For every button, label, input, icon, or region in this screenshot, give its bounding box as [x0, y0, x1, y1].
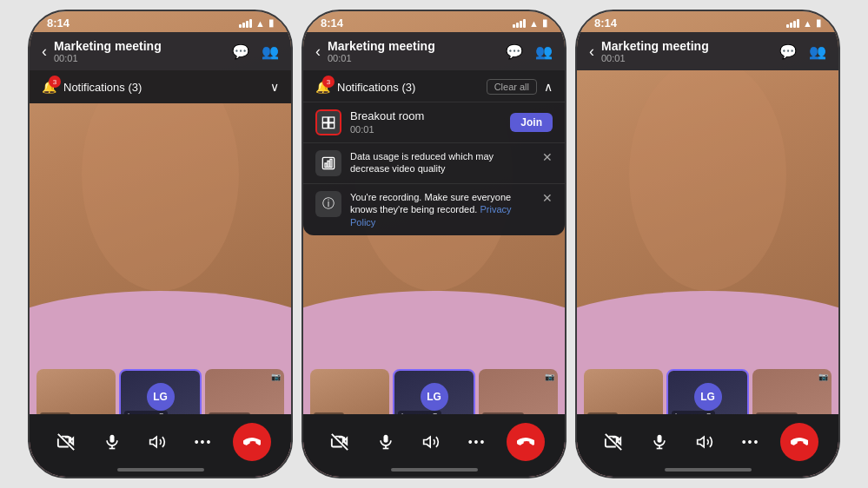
chat-icon-1[interactable]: 💬 — [232, 43, 249, 60]
header-right-3: 💬 👥 — [779, 43, 826, 60]
home-indicator-1 — [117, 468, 204, 472]
meeting-duration-2: 00:01 — [328, 53, 435, 63]
bell-wrap-1: 🔔 3 — [42, 79, 56, 95]
svg-rect-19 — [657, 435, 661, 443]
svg-marker-17 — [424, 437, 431, 447]
bell-wrap-2: 🔔 3 — [315, 79, 330, 95]
status-bar-3: 8:14 ▲ ▮ — [577, 11, 838, 33]
status-icons-1: ▲ ▮ — [239, 17, 274, 29]
status-time-2: 8:14 — [321, 16, 343, 30]
recording-icon-2: ⓘ — [315, 191, 341, 217]
join-button-2[interactable]: Join — [510, 113, 553, 132]
notif-collapse-2[interactable]: ∧ — [544, 80, 553, 94]
back-button-1[interactable]: ‹ — [42, 43, 47, 61]
signal-icon-2 — [513, 19, 526, 28]
svg-rect-7 — [322, 123, 328, 129]
video-mute-button-2[interactable] — [323, 425, 356, 458]
data-usage-close-2[interactable]: ✕ — [542, 150, 553, 164]
chat-icon-3[interactable]: 💬 — [779, 43, 797, 60]
status-icons-2: ▲ ▮ — [513, 17, 547, 29]
back-button-2[interactable]: ‹ — [315, 43, 321, 61]
phone-1: 8:14 ▲ ▮ ‹ Marketing meeting 00:01 💬 👥 — [28, 10, 293, 478]
breakout-title-2: Breakout room — [350, 109, 501, 122]
thumb-camera-icon-3: 📷 — [818, 373, 828, 381]
battery-icon-2: ▮ — [542, 17, 547, 29]
notif-bar-left-1: 🔔 3 Notifications (3) — [42, 79, 142, 95]
home-indicator-3 — [665, 468, 752, 472]
notif-header-actions-2: Clear all ∧ — [487, 79, 553, 95]
status-bar-1: 8:14 ▲ ▮ — [30, 11, 291, 33]
meeting-duration-1: 00:01 — [54, 53, 162, 63]
mic-button-2[interactable] — [369, 425, 402, 458]
meeting-duration-3: 00:01 — [601, 53, 709, 63]
back-button-3[interactable]: ‹ — [589, 43, 594, 61]
recording-close-2[interactable]: ✕ — [542, 191, 553, 205]
speaker-button-1[interactable] — [141, 425, 174, 458]
wifi-icon-3: ▲ — [803, 18, 812, 29]
wifi-icon-2: ▲ — [529, 18, 539, 29]
svg-rect-5 — [322, 117, 328, 122]
breakout-icon-2 — [315, 109, 341, 135]
meeting-info-3: Marketing meeting 00:01 — [601, 39, 709, 63]
notif-panel-title-2: Notifications (3) — [337, 81, 415, 94]
wifi-icon-1: ▲ — [255, 18, 265, 29]
breakout-time-2: 00:01 — [350, 124, 501, 135]
svg-rect-12 — [330, 159, 332, 167]
phones-container: 8:14 ▲ ▮ ‹ Marketing meeting 00:01 💬 👥 — [0, 0, 868, 488]
header-left-3: ‹ Marketing meeting 00:01 — [589, 39, 709, 63]
battery-icon-1: ▮ — [268, 17, 274, 29]
svg-marker-4 — [150, 437, 157, 447]
end-call-button-1[interactable] — [233, 423, 271, 461]
meeting-header-3: ‹ Marketing meeting 00:01 💬 👥 — [577, 32, 838, 70]
signal-icon-1 — [239, 19, 252, 28]
recording-notification-2: ⓘ You're recording. Make sure everyone k… — [303, 183, 565, 235]
svg-rect-10 — [325, 163, 327, 168]
status-time-3: 8:14 — [594, 16, 617, 30]
notification-panel-2: 🔔 3 Notifications (3) Clear all ∧ Breako… — [303, 70, 565, 235]
status-icons-3: ▲ ▮ — [786, 17, 821, 29]
meeting-title-3: Marketing meeting — [601, 39, 709, 53]
clear-all-button-2[interactable]: Clear all — [487, 79, 537, 95]
signal-icon-3 — [786, 19, 799, 28]
phone-3: 8:14 ▲ ▮ ‹ Marketing meeting 00:01 💬 👥 — [575, 10, 840, 478]
header-right-1: 💬 👥 — [232, 43, 279, 60]
svg-rect-6 — [329, 117, 335, 122]
svg-rect-14 — [383, 435, 388, 443]
more-button-2[interactable]: ••• — [461, 425, 494, 458]
status-time-1: 8:14 — [47, 16, 70, 30]
notification-bar-1[interactable]: 🔔 3 Notifications (3) ∨ — [30, 70, 291, 103]
participants-icon-2[interactable]: 👥 — [535, 43, 553, 60]
more-button-3[interactable]: ••• — [734, 425, 767, 458]
speaker-button-2[interactable] — [414, 425, 447, 458]
notif-title-1: Notifications (3) — [63, 81, 142, 94]
participants-icon-3[interactable]: 👥 — [809, 43, 826, 60]
mic-button-3[interactable] — [643, 425, 676, 458]
meeting-info-1: Marketing meeting 00:01 — [54, 39, 162, 63]
notif-count-badge-2: 3 — [322, 76, 335, 88]
notif-chevron-1[interactable]: ∨ — [270, 80, 279, 94]
header-right-2: 💬 👥 — [506, 43, 553, 60]
svg-rect-1 — [109, 435, 114, 443]
data-usage-notification-2: Data usage is reduced which may decrease… — [303, 142, 565, 183]
speaker-button-3[interactable] — [688, 425, 721, 458]
end-call-button-3[interactable] — [780, 423, 818, 461]
more-button-1[interactable]: ••• — [187, 425, 220, 458]
breakout-notification-2: Breakout room 00:01 Join — [303, 102, 565, 142]
notif-panel-left-2: 🔔 3 Notifications (3) — [315, 79, 415, 95]
privacy-link-2[interactable]: Privacy Policy — [350, 204, 512, 227]
battery-icon-3: ▮ — [816, 17, 821, 29]
data-usage-text-2: Data usage is reduced which may decrease… — [350, 150, 533, 175]
meeting-header-2: ‹ Marketing meeting 00:01 💬 👥 — [303, 32, 565, 70]
notif-panel-header-2: 🔔 3 Notifications (3) Clear all ∧ — [303, 70, 565, 102]
video-mute-button-1[interactable] — [50, 425, 83, 458]
mic-button-1[interactable] — [96, 425, 129, 458]
end-call-button-2[interactable] — [507, 423, 545, 461]
participants-icon-1[interactable]: 👥 — [262, 43, 279, 60]
recording-text-2: You're recording. Make sure everyone kno… — [350, 191, 533, 228]
status-bar-2: 8:14 ▲ ▮ — [303, 11, 565, 33]
notif-count-badge-1: 3 — [49, 76, 61, 88]
meeting-title-1: Marketing meeting — [54, 39, 162, 53]
phone-2: 8:14 ▲ ▮ ‹ Marketing meeting 00:01 💬 👥 — [301, 10, 567, 478]
video-mute-button-3[interactable] — [597, 425, 630, 458]
chat-icon-2[interactable]: 💬 — [506, 43, 523, 60]
